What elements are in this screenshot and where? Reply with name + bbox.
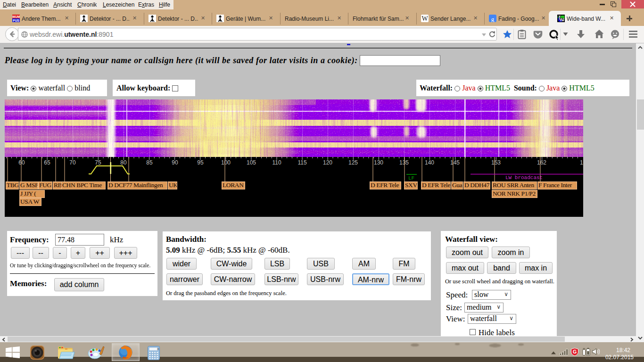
svg-text:125: 125 (348, 159, 358, 166)
svg-text:171: 171 (580, 159, 583, 166)
svg-text:70: 70 (69, 159, 76, 166)
svg-text:60: 60 (18, 159, 25, 166)
svg-text:100: 100 (221, 159, 231, 166)
svg-text:140: 140 (425, 159, 434, 166)
svg-text:0: 0 (157, 347, 159, 351)
svg-text:90: 90 (172, 159, 178, 166)
svg-text:PUS: PUS (13, 19, 19, 22)
svg-text:LF: LF (408, 175, 414, 181)
svg-text:145: 145 (450, 159, 460, 166)
svg-text:G: G (573, 349, 577, 354)
svg-text:162: 162 (537, 159, 546, 166)
svg-text:153: 153 (491, 159, 501, 166)
svg-text:115: 115 (297, 159, 306, 166)
svg-text:75: 75 (95, 159, 101, 166)
svg-text:95: 95 (197, 159, 204, 166)
svg-text:65: 65 (44, 159, 50, 166)
svg-text:LW broadcast: LW broadcast (505, 175, 543, 181)
svg-text:WUM: WUM (12, 15, 20, 18)
svg-text:g: g (491, 16, 495, 23)
svg-text:85: 85 (146, 159, 153, 166)
svg-text:105: 105 (247, 159, 256, 166)
svg-text:135: 135 (399, 159, 409, 166)
svg-text:80: 80 (120, 159, 127, 166)
svg-text:W: W (421, 15, 428, 22)
svg-text:120: 120 (323, 159, 332, 166)
svg-text:110: 110 (272, 159, 281, 166)
svg-text:130: 130 (374, 159, 383, 166)
